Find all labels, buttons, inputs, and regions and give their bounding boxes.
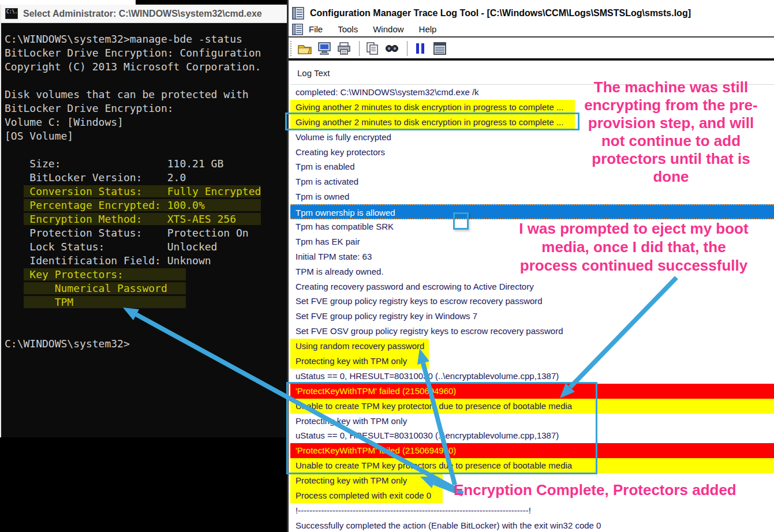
log-row[interactable]: Using random recovery password bbox=[290, 339, 774, 354]
log-row-text: Initial TPM state: 63 bbox=[290, 249, 372, 264]
log-row-text: Successfully completed the action (Enabl… bbox=[290, 518, 601, 532]
log-row[interactable]: Successfully completed the action (Enabl… bbox=[290, 518, 774, 532]
log-row-text: !---------------------------------------… bbox=[290, 503, 531, 518]
log-row-text: TPM is already owned. bbox=[290, 264, 384, 279]
annotation-eject-boot-media: I was prompted to eject my boot media, o… bbox=[495, 219, 772, 275]
annotation-encryption-complete: Encryption Complete, Protectors added bbox=[454, 481, 768, 499]
log-row-text: Set FVE group policy registry keys to es… bbox=[290, 294, 543, 309]
log-row-text: Protecting key with TPM only bbox=[290, 473, 443, 488]
menu-window[interactable]: Window bbox=[373, 24, 403, 34]
log-row[interactable]: Set FVE OSV group policy registry keys t… bbox=[290, 324, 774, 339]
cmd-terminal-output[interactable]: C:\WINDOWS\system32>manage-bde -status B… bbox=[1, 23, 287, 437]
annotation-still-encrypting: The machine was still encrypting from th… bbox=[571, 78, 771, 186]
highlight-box-giving-row bbox=[285, 113, 579, 130]
cmtrace-toolbar bbox=[289, 39, 774, 61]
log-row[interactable]: Protecting key with TPM only bbox=[290, 354, 774, 369]
cmd-titlebar: C:\. Select Administrator: C:\WINDOWS\sy… bbox=[1, 5, 287, 23]
log-row-text: Protecting key with TPM only bbox=[290, 354, 429, 369]
print-icon[interactable] bbox=[335, 40, 353, 57]
log-row-text: completed: C:\WINDOWS\system32\cmd.exe /… bbox=[290, 85, 479, 100]
toolbar-separator bbox=[359, 41, 360, 56]
cmd-icon: C:\. bbox=[5, 8, 18, 19]
menu-file[interactable]: File bbox=[309, 24, 323, 34]
log-row-text: Tpm is activated bbox=[290, 174, 358, 189]
log-row-text: Tpm has EK pair bbox=[290, 234, 360, 249]
cmd-highlighted-text: TPM bbox=[24, 296, 186, 308]
log-row-text: Tpm ownership is allowed bbox=[290, 205, 395, 218]
log-row[interactable]: uStatus == 0, HRESULT=80310030 (..\encry… bbox=[290, 369, 774, 384]
log-row[interactable]: !---------------------------------------… bbox=[290, 503, 774, 518]
cmd-highlighted-text: Key Protectors: bbox=[24, 268, 186, 280]
cmtrace-menubar: File Tools Window Help bbox=[289, 22, 774, 38]
menu-tools[interactable]: Tools bbox=[338, 24, 358, 34]
cmtrace-titlebar: Configuration Manager Trace Log Tool - [… bbox=[289, 5, 774, 22]
log-row-text: Process completed with exit code 0 bbox=[290, 488, 443, 503]
cmd-window-title: Select Administrator: C:\WINDOWS\system3… bbox=[23, 9, 262, 19]
log-row-text: Using random recovery password bbox=[290, 339, 429, 354]
cmtrace-app-icon bbox=[291, 6, 305, 20]
cmd-highlighted-text: Conversion Status: Fully Encrypted bbox=[24, 185, 261, 197]
document-icon bbox=[291, 23, 304, 36]
cmd-output-text: C:\WINDOWS\system32>manage-bde -status B… bbox=[1, 23, 287, 351]
highlight-box-error-rows bbox=[286, 382, 597, 474]
cmtrace-window-title: Configuration Manager Trace Log Tool - [… bbox=[310, 8, 691, 18]
log-row[interactable]: Tpm is owned bbox=[290, 189, 774, 204]
open-icon[interactable] bbox=[296, 40, 313, 57]
desktop-black-area bbox=[0, 437, 287, 532]
find-icon[interactable] bbox=[383, 40, 401, 57]
log-row-text: Tpm is owned bbox=[290, 189, 349, 204]
toolbar-gripper[interactable] bbox=[290, 41, 293, 56]
log-row[interactable]: Tpm ownership is allowed bbox=[290, 204, 774, 219]
log-row-text: Tpm is enabled bbox=[290, 159, 355, 174]
menu-help[interactable]: Help bbox=[419, 24, 437, 34]
loglist-icon[interactable] bbox=[431, 40, 448, 57]
highlight-box-small bbox=[453, 212, 469, 230]
log-row[interactable]: Creating recovery password and escrowing… bbox=[290, 279, 774, 294]
log-row-text: Set FVE group policy registry key in Win… bbox=[290, 309, 477, 324]
cmd-window: C:\. Select Administrator: C:\WINDOWS\sy… bbox=[0, 5, 287, 437]
log-row-text: Volume is fully encrypted bbox=[290, 130, 391, 145]
cmd-highlighted-text: Numerical Password bbox=[24, 282, 186, 294]
log-row-text: Creating recovery password and escrowing… bbox=[290, 279, 534, 294]
copy-icon[interactable] bbox=[364, 40, 381, 57]
computer-icon[interactable] bbox=[316, 40, 333, 57]
cmd-highlighted-text: Percentage Encrypted: 100.0% bbox=[24, 199, 261, 211]
cmd-highlighted-text: Encryption Method: XTS-AES 256 bbox=[24, 213, 261, 225]
log-row[interactable]: Set FVE group policy registry keys to es… bbox=[290, 294, 774, 309]
log-row-text: uStatus == 0, HRESULT=80310030 (..\encry… bbox=[290, 369, 559, 384]
log-row-text: Creating key protectors bbox=[290, 145, 385, 160]
pause-icon[interactable] bbox=[412, 40, 429, 57]
log-row[interactable]: Set FVE group policy registry key in Win… bbox=[290, 309, 774, 324]
log-row-text: Set FVE OSV group policy registry keys t… bbox=[290, 324, 563, 339]
log-row-text: Tpm has compatible SRK bbox=[290, 219, 394, 234]
toolbar-separator bbox=[407, 41, 407, 56]
